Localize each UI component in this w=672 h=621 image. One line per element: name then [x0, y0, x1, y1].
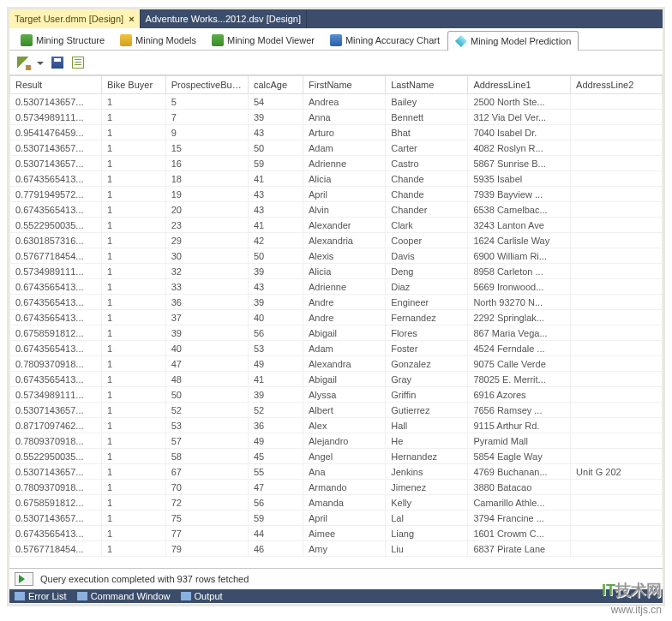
cell: 0.6743565413...	[10, 526, 102, 541]
design-switch-button[interactable]	[15, 54, 32, 71]
cell: Liang	[386, 526, 468, 541]
table-row[interactable]: 0.6743565413...17744AimeeLiang1601 Crowm…	[10, 526, 663, 541]
cell: 5	[165, 94, 248, 110]
cell: Alexandria	[303, 233, 386, 248]
save-button[interactable]	[49, 54, 66, 71]
cell: Bhat	[386, 125, 468, 140]
table-row[interactable]: 0.5307143657...11550AdamCarter4082 Rosly…	[10, 140, 663, 156]
cell	[571, 372, 663, 387]
cell: Alejandro	[303, 433, 386, 449]
table-row[interactable]: 0.5767718454...17946AmyLiu6837 Pirate La…	[10, 541, 663, 557]
close-icon[interactable]: ×	[129, 14, 134, 24]
cell: 1	[101, 233, 165, 248]
table-row[interactable]: 0.5767718454...13050AlexisDavis6900 Will…	[10, 248, 663, 264]
table-row[interactable]: 0.6743565413...14053AdamFoster4524 Fernd…	[10, 341, 663, 356]
cell: Hernandez	[386, 449, 468, 464]
cell: 1	[101, 372, 165, 387]
main-tab[interactable]: Mining Accuracy Chart	[322, 30, 447, 50]
table-row[interactable]: 0.7791949572...11943AprilChande7939 Bayv…	[10, 187, 663, 202]
cell: 0.6743565413...	[10, 372, 102, 387]
cell: 0.5734989111...	[10, 387, 102, 403]
column-header[interactable]: FirstName	[303, 76, 386, 94]
table-row[interactable]: 0.7809370918...15749AlejandroHePyramid M…	[10, 433, 663, 449]
cell: Gutierrez	[386, 403, 468, 418]
cell: 42	[248, 233, 303, 248]
watermark-url: www.itjs.cn	[611, 604, 662, 616]
column-header[interactable]: ProspectiveBuy...	[165, 76, 248, 94]
table-row[interactable]: 0.5307143657...1554AndreaBailey2500 Nort…	[10, 94, 663, 110]
cell: 0.6743565413...	[10, 171, 102, 187]
table-row[interactable]: 0.7809370918...14749AlexandraGonzalez907…	[10, 356, 663, 372]
cell	[571, 511, 663, 526]
main-tab[interactable]: Mining Model Prediction	[447, 31, 579, 51]
table-row[interactable]: 0.6758591812...13956AbigailFlores867 Mar…	[10, 325, 663, 341]
cell: 9075 Calle Verde	[468, 356, 571, 372]
cell: 1	[101, 449, 165, 464]
cell: 9	[165, 125, 248, 140]
cell: 0.5307143657...	[10, 511, 102, 526]
cell: 1	[101, 187, 165, 202]
cell: 55	[248, 464, 303, 480]
cell: Hall	[386, 418, 468, 433]
cell: 1	[101, 325, 165, 341]
table-row[interactable]: 0.5522950035...15845AngelHernandez5854 E…	[10, 449, 663, 464]
table-row[interactable]: 0.5307143657...17559AprilLal3794 Francin…	[10, 511, 663, 526]
cell: 72	[165, 495, 248, 511]
execute-icon[interactable]	[15, 572, 33, 586]
table-row[interactable]: 0.5734989111...13239AliciaDeng8958 Carle…	[10, 264, 663, 279]
cell: 59	[248, 156, 303, 171]
table-row[interactable]: 0.5307143657...15252AlbertGutierrez7656 …	[10, 403, 663, 418]
table-row[interactable]: 0.5307143657...11659AdrienneCastro5867 S…	[10, 156, 663, 171]
main-tab[interactable]: Mining Structure	[13, 30, 112, 50]
cell	[571, 187, 663, 202]
tool-window-tab[interactable]: Output	[195, 591, 223, 601]
table-row[interactable]: 0.6743565413...13639AndreEngineerNorth 9…	[10, 295, 663, 310]
cell: Andrea	[303, 94, 386, 110]
column-header[interactable]: Bike Buyer	[101, 76, 165, 94]
table-row[interactable]: 0.5734989111...1739AnnaBennett312 Via De…	[10, 110, 663, 125]
column-header[interactable]: AddressLine1	[468, 76, 571, 94]
cell: Foster	[386, 341, 468, 356]
cell: 3880 Batacao	[468, 480, 571, 495]
doc-tab[interactable]: Adventure Works...2012.dsv [Design]	[141, 9, 307, 28]
column-header[interactable]: AddressLine2	[571, 76, 663, 94]
column-header[interactable]: Result	[10, 76, 102, 94]
tab-icon	[120, 34, 132, 46]
main-tab[interactable]: Mining Model Viewer	[204, 30, 322, 50]
table-row[interactable]: 0.5307143657...16755AnaJenkins4769 Bucha…	[10, 464, 663, 480]
cell: 41	[248, 171, 303, 187]
doc-tab[interactable]: Target User.dmm [Design]×	[9, 9, 141, 28]
cell: Castro	[386, 156, 468, 171]
cell: 0.7809370918...	[10, 433, 102, 449]
table-row[interactable]: 0.5522950035...12341AlexanderClark3243 L…	[10, 218, 663, 233]
table-row[interactable]: 0.6758591812...17256AmandaKellyCamarillo…	[10, 495, 663, 511]
singleton-query-button[interactable]	[69, 54, 87, 71]
cell: 6900 William Ri...	[468, 248, 571, 264]
tool-window-icon	[181, 592, 191, 600]
design-switch-dropdown[interactable]	[35, 54, 45, 71]
tool-window-tab[interactable]: Error List	[28, 591, 67, 601]
column-header[interactable]: calcAge	[248, 76, 303, 94]
cell: Pyramid Mall	[468, 433, 571, 449]
cell: 1	[101, 310, 165, 325]
result-grid[interactable]: ResultBike BuyerProspectiveBuy...calcAge…	[9, 75, 663, 557]
table-row[interactable]: 0.7809370918...17047ArmandoJimenez3880 B…	[10, 480, 663, 495]
table-row[interactable]: 0.6301857316...12942AlexandriaCooper1624…	[10, 233, 663, 248]
table-row[interactable]: 0.6743565413...14841AbigailGray78025 E. …	[10, 372, 663, 387]
cell: 2292 Springlak...	[468, 310, 571, 325]
cell: 45	[248, 449, 303, 464]
table-row[interactable]: 0.5734989111...15039AlyssaGriffin6916 Az…	[10, 387, 663, 403]
table-row[interactable]: 0.8717097462...15336AlexHall9115 Arthur …	[10, 418, 663, 433]
cell: 58	[165, 449, 248, 464]
table-row[interactable]: 0.6743565413...12043AlvinChander6538 Cam…	[10, 202, 663, 218]
tool-window-tab[interactable]: Command Window	[91, 591, 171, 601]
cell: 46	[248, 541, 303, 557]
table-row[interactable]: 0.6743565413...13740AndreFernandez2292 S…	[10, 310, 663, 325]
table-row[interactable]: 0.9541476459...1943ArturoBhat7040 Isabel…	[10, 125, 663, 140]
cell: 57	[165, 433, 248, 449]
table-row[interactable]: 0.6743565413...11841AliciaChande5935 Isa…	[10, 171, 663, 187]
main-tab[interactable]: Mining Models	[112, 30, 204, 50]
column-header[interactable]: LastName	[386, 76, 468, 94]
table-row[interactable]: 0.6743565413...13343AdrienneDiaz5669 Iro…	[10, 279, 663, 295]
cell: 0.7791949572...	[10, 187, 102, 202]
